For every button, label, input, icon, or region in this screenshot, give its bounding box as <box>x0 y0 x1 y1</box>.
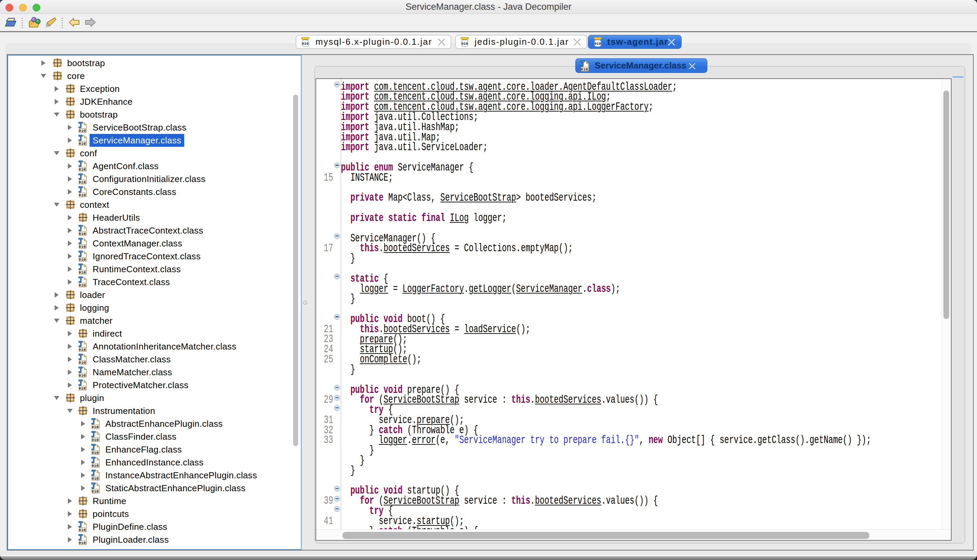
svg-text:010: 010 <box>79 373 85 378</box>
svg-text:010: 010 <box>79 232 85 236</box>
svg-text:010: 010 <box>92 490 99 493</box>
svg-text:010: 010 <box>581 67 588 72</box>
svg-text:010: 010 <box>79 270 85 275</box>
svg-text:010: 010 <box>92 451 99 455</box>
svg-text:010: 010 <box>79 180 85 184</box>
svg-text:010: 010 <box>79 129 85 133</box>
svg-text:010: 010 <box>92 438 99 442</box>
svg-text:010: 010 <box>92 425 99 429</box>
svg-text:010: 010 <box>462 42 468 46</box>
svg-text:010: 010 <box>92 464 99 468</box>
svg-text:010: 010 <box>79 142 85 146</box>
svg-text:010: 010 <box>92 477 99 481</box>
svg-text:010: 010 <box>79 245 85 249</box>
svg-text:010: 010 <box>79 167 85 172</box>
svg-text:010: 010 <box>79 541 85 545</box>
svg-text:010: 010 <box>79 348 85 352</box>
svg-text:010: 010 <box>79 387 85 390</box>
svg-text:010: 010 <box>79 528 85 532</box>
svg-text:010: 010 <box>302 42 309 46</box>
svg-text:010: 010 <box>79 258 85 262</box>
svg-text:010: 010 <box>595 42 601 46</box>
svg-text:010: 010 <box>79 193 85 197</box>
svg-text:010: 010 <box>79 283 85 287</box>
svg-text:010: 010 <box>79 361 85 365</box>
